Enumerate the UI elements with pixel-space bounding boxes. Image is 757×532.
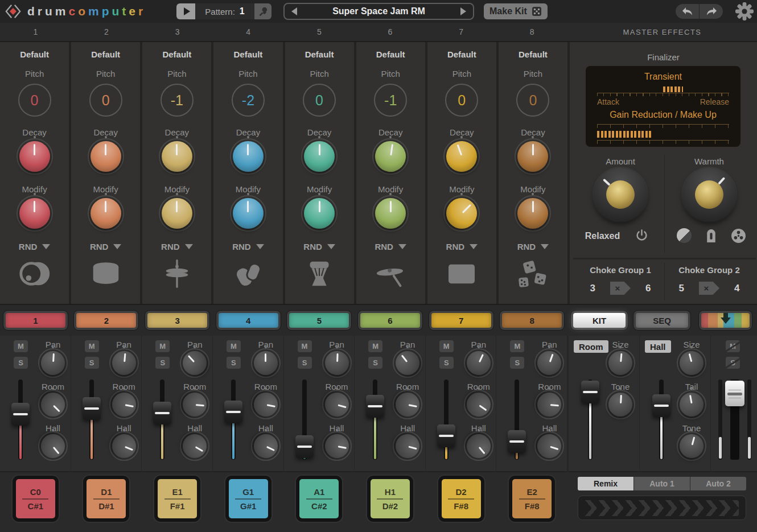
pitch-knob[interactable]: 0 [303,84,336,117]
mute-button[interactable]: M [298,340,312,352]
rnd-dropdown[interactable]: RND [232,242,264,251]
channel-volume-fader[interactable] [82,380,101,460]
mute-button[interactable]: M [510,340,524,352]
decay-knob[interactable] [446,141,477,172]
hall-send-knob[interactable] [183,434,207,458]
remix-strip[interactable] [578,496,746,520]
hall-send-knob[interactable] [254,434,278,458]
amount-knob[interactable] [594,168,647,221]
tube-icon[interactable] [705,228,717,244]
drum-pad[interactable]: H1 D#2 [367,476,413,522]
hall-tone-knob[interactable] [680,434,703,458]
redo-button[interactable] [700,4,723,19]
engine-name[interactable]: Default [91,50,120,59]
engine-name[interactable]: Default [376,50,405,59]
pan-knob[interactable] [254,351,278,375]
mute-button[interactable]: M [439,340,454,352]
modify-knob[interactable] [375,198,406,229]
engine-name[interactable]: Default [519,50,548,59]
hall-send-knob[interactable] [396,434,419,458]
room-size-knob[interactable] [608,351,632,375]
room-send-fader[interactable] [581,380,600,460]
engine-name[interactable]: Default [234,50,263,59]
rnd-dropdown[interactable]: RND [90,242,122,251]
engine-name[interactable]: Default [305,50,334,59]
drum-pad[interactable]: A1 C#2 [296,476,342,522]
modify-knob[interactable] [90,198,121,229]
hall-send-knob[interactable] [537,434,561,458]
pitch-knob[interactable]: -2 [232,84,265,117]
rnd-dropdown[interactable]: RND [517,242,549,251]
engine-name[interactable]: Default [20,50,49,59]
channel-select-button[interactable]: 5 [287,311,351,330]
solo-button[interactable]: S [298,357,312,369]
finalizer-display[interactable]: Transient Attack Release Gain Reduction … [586,66,740,147]
pitch-knob[interactable]: 0 [445,84,478,117]
mute-button[interactable]: M [227,340,241,352]
choke1-channel-b[interactable]: 6 [645,283,651,294]
drum-pad[interactable]: E2 F#8 [509,476,555,522]
pan-knob[interactable] [183,351,207,375]
decay-knob[interactable] [19,141,50,172]
channel-select-button[interactable]: 8 [500,311,564,330]
pan-knob[interactable] [396,351,419,375]
modify-knob[interactable] [304,198,335,229]
settings-gear-icon[interactable] [734,2,755,22]
saturation-mode-icon[interactable] [677,228,692,243]
drum-pad[interactable]: G1 G#1 [225,476,271,522]
master-mute-button[interactable]: M [726,340,740,352]
channel-volume-fader[interactable] [224,380,243,460]
pan-knob[interactable] [467,351,491,375]
master-solo-button[interactable]: S [726,357,740,369]
choke1-channel-a[interactable]: 3 [590,283,595,294]
prev-preset-button[interactable] [291,7,297,15]
pan-knob[interactable] [537,351,561,375]
mute-button[interactable]: M [155,340,170,352]
solo-button[interactable]: S [227,357,241,369]
pitch-knob[interactable]: 0 [18,84,51,117]
modify-knob[interactable] [233,198,264,229]
hall-send-knob[interactable] [467,434,491,458]
room-send-knob[interactable] [325,393,349,416]
tab-collapse-all-channels[interactable] [699,311,752,330]
room-send-knob[interactable] [41,393,65,416]
rnd-dropdown[interactable]: RND [446,242,478,251]
engine-name[interactable]: Default [447,50,476,59]
hall-reverb-button[interactable]: Hall [645,340,671,353]
hall-send-knob[interactable] [112,434,136,458]
rnd-dropdown[interactable]: RND [161,242,193,251]
drum-pad[interactable]: D2 F#8 [438,476,484,522]
choke2-channel-b[interactable]: 4 [734,283,739,294]
channel-volume-fader[interactable] [365,380,385,460]
tape-reel-icon[interactable] [731,228,746,244]
choke2-clear-button[interactable]: × [699,282,719,295]
channel-volume-fader[interactable] [153,380,172,460]
mute-button[interactable]: M [14,340,28,352]
hall-send-fader[interactable] [652,380,671,460]
pitch-knob[interactable]: -1 [161,84,194,117]
play-button[interactable] [176,3,195,19]
hall-send-knob[interactable] [41,434,65,458]
channel-select-button[interactable]: 4 [216,311,281,330]
channel-volume-fader[interactable] [11,380,30,460]
room-send-knob[interactable] [396,393,419,416]
decay-knob[interactable] [162,141,192,172]
drum-pad[interactable]: E1 F#1 [154,476,200,522]
rnd-dropdown[interactable]: RND [19,242,51,251]
power-icon[interactable] [635,229,649,243]
engine-name[interactable]: Default [162,50,191,59]
drum-pad[interactable]: D1 D#1 [83,476,129,522]
rnd-dropdown[interactable]: RND [303,242,335,251]
remix-tab[interactable]: Remix [578,477,633,490]
room-send-knob[interactable] [467,393,491,416]
decay-knob[interactable] [233,141,264,172]
undo-button[interactable] [676,4,699,19]
choke1-clear-button[interactable]: × [610,282,631,295]
drum-pad[interactable]: C0 C#1 [13,476,59,522]
master-volume-fader[interactable] [725,381,744,406]
pan-knob[interactable] [41,351,65,375]
pitch-knob[interactable]: -1 [374,84,407,117]
mute-button[interactable]: M [368,340,382,352]
decay-knob[interactable] [304,141,335,172]
auto2-tab[interactable]: Auto 2 [690,477,746,490]
